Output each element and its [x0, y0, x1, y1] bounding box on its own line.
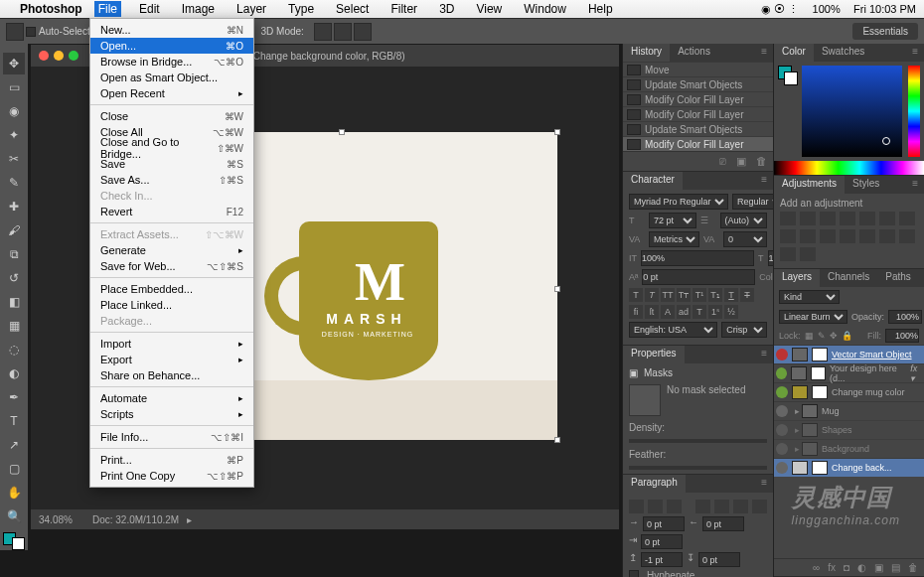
chevron-right-icon[interactable]: ▸ — [187, 514, 192, 525]
history-brush-icon[interactable]: ↺ — [3, 267, 25, 289]
tab-layers[interactable]: Layers — [774, 269, 820, 287]
zoom-tool-icon[interactable]: 🔍 — [3, 505, 25, 527]
dodge-tool-icon[interactable]: ◐ — [3, 362, 25, 384]
adj-icon[interactable] — [879, 212, 895, 225]
hand-tool-icon[interactable]: ✋ — [3, 482, 25, 504]
menu-item-print-[interactable]: Print...⌘P — [90, 452, 253, 468]
menu-type[interactable]: Type — [284, 1, 318, 17]
ot-button[interactable]: T — [693, 305, 706, 319]
adj-icon[interactable] — [820, 212, 836, 225]
menu-item-close-and-go-to-bridge-[interactable]: Close and Go to Bridge...⇧⌘W — [90, 140, 253, 156]
eyedropper-tool-icon[interactable]: ✎ — [3, 172, 25, 194]
aa-select[interactable]: Crisp — [721, 322, 767, 338]
tab-history[interactable]: History — [623, 44, 670, 62]
adj-icon[interactable] — [800, 247, 816, 261]
menu-item-open-[interactable]: Open...⌘O — [90, 38, 253, 54]
wand-tool-icon[interactable]: ✦ — [3, 124, 25, 146]
color-spectrum[interactable] — [774, 161, 924, 175]
opacity-input[interactable] — [888, 310, 922, 324]
tab-character[interactable]: Character — [623, 172, 683, 190]
adj-icon[interactable] — [840, 229, 855, 243]
lock-icon[interactable]: ▦ — [805, 331, 814, 341]
tab-properties[interactable]: Properties — [623, 346, 685, 363]
menu-help[interactable]: Help — [584, 1, 617, 17]
blur-tool-icon[interactable]: ◌ — [3, 339, 25, 361]
menu-item-file-info-[interactable]: File Info...⌥⇧⌘I — [90, 429, 253, 445]
space-before-input[interactable] — [641, 552, 683, 567]
menu-select[interactable]: Select — [332, 1, 373, 17]
align-center-icon[interactable] — [648, 500, 663, 513]
group-icon[interactable]: ▣ — [874, 562, 883, 573]
justify-icon[interactable] — [714, 500, 729, 513]
new-layer-icon[interactable]: ▤ — [891, 562, 900, 573]
adj-icon[interactable] — [840, 212, 855, 225]
ot-button[interactable]: fi — [629, 305, 643, 319]
smallcaps-button[interactable]: Tᴛ — [677, 288, 691, 302]
3d-icon[interactable] — [354, 23, 372, 41]
tab-styles[interactable]: Styles — [845, 176, 887, 194]
vscale-input[interactable] — [641, 250, 754, 266]
link-layers-icon[interactable]: ∞ — [813, 562, 820, 573]
bold-button[interactable]: T — [629, 288, 643, 302]
filter-icon[interactable] — [859, 291, 871, 303]
panel-menu-icon[interactable]: ≡ — [755, 172, 773, 190]
ot-button[interactable]: A — [661, 305, 675, 319]
filter-icon[interactable] — [907, 291, 919, 303]
menu-item-generate[interactable]: Generate▸ — [90, 242, 253, 258]
ot-button[interactable]: ſt — [645, 305, 659, 319]
align-left-icon[interactable] — [629, 500, 644, 513]
font-size-select[interactable]: 72 pt — [649, 213, 696, 228]
layer-fx-icon[interactable]: fx — [828, 562, 836, 573]
eraser-tool-icon[interactable]: ◧ — [3, 291, 25, 313]
strike-button[interactable]: T — [740, 288, 754, 302]
filter-icon[interactable] — [891, 291, 903, 303]
tab-paths[interactable]: Paths — [877, 269, 919, 287]
menu-view[interactable]: View — [472, 1, 506, 17]
3d-icon[interactable] — [334, 23, 352, 41]
layer-row[interactable]: Vector Smart Object — [774, 345, 924, 363]
lock-icon[interactable]: 🔒 — [842, 331, 852, 341]
menu-item-browse-in-bridge-[interactable]: Browse in Bridge...⌥⌘O — [90, 54, 253, 70]
move-tool-icon[interactable]: ✥ — [3, 53, 25, 74]
menu-item-new-[interactable]: New...⌘N — [90, 22, 253, 38]
language-select[interactable]: English: USA — [629, 322, 717, 338]
adj-icon[interactable] — [780, 229, 796, 243]
menu-3d[interactable]: 3D — [435, 1, 458, 17]
tab-actions[interactable]: Actions — [670, 44, 718, 62]
menu-window[interactable]: Window — [520, 1, 570, 17]
menu-item-open-as-smart-object-[interactable]: Open as Smart Object... — [90, 70, 253, 85]
ot-button[interactable]: 1ˢ — [708, 305, 722, 319]
sup-button[interactable]: T¹ — [693, 288, 706, 302]
layer-row[interactable]: Change mug color — [774, 382, 924, 401]
leading-select[interactable]: (Auto) — [720, 213, 768, 228]
history-state[interactable]: Move — [623, 62, 773, 76]
workspace-switcher[interactable]: Essentials — [852, 23, 918, 40]
filter-icon[interactable] — [844, 291, 855, 303]
panel-menu-icon[interactable]: ≡ — [906, 176, 924, 194]
history-state[interactable]: Modify Color Fill Layer — [623, 91, 773, 106]
adj-icon[interactable] — [800, 229, 816, 243]
adjustment-layer-icon[interactable]: ◐ — [857, 562, 866, 573]
shape-tool-icon[interactable]: ▢ — [3, 458, 25, 480]
adj-icon[interactable] — [780, 212, 796, 225]
tab-adjustments[interactable]: Adjustments — [774, 176, 845, 194]
adj-icon[interactable] — [820, 229, 836, 243]
indent-left-input[interactable] — [643, 516, 685, 531]
caps-button[interactable]: TT — [661, 288, 675, 302]
first-line-input[interactable] — [641, 534, 683, 549]
color-swatch-pair[interactable] — [778, 66, 798, 85]
layer-filter-select[interactable]: Kind — [779, 290, 840, 304]
tracking-select[interactable]: Metrics — [649, 231, 699, 247]
baseline-input[interactable] — [642, 269, 755, 285]
zoom-level[interactable]: 34.08% — [39, 514, 73, 525]
menu-item-save-for-web-[interactable]: Save for Web...⌥⇧⌘S — [90, 258, 253, 274]
panel-menu-icon[interactable]: ≡ — [919, 269, 924, 287]
auto-select-checkbox[interactable] — [26, 27, 36, 37]
tab-paragraph[interactable]: Paragraph — [623, 475, 686, 493]
panel-menu-icon[interactable]: ≡ — [755, 475, 773, 493]
menu-item-place-embedded-[interactable]: Place Embedded... — [90, 281, 253, 297]
menu-item-export[interactable]: Export▸ — [90, 352, 253, 367]
feather-slider[interactable] — [629, 466, 767, 470]
ot-button[interactable]: ½ — [724, 305, 738, 319]
underline-button[interactable]: T — [724, 288, 738, 302]
